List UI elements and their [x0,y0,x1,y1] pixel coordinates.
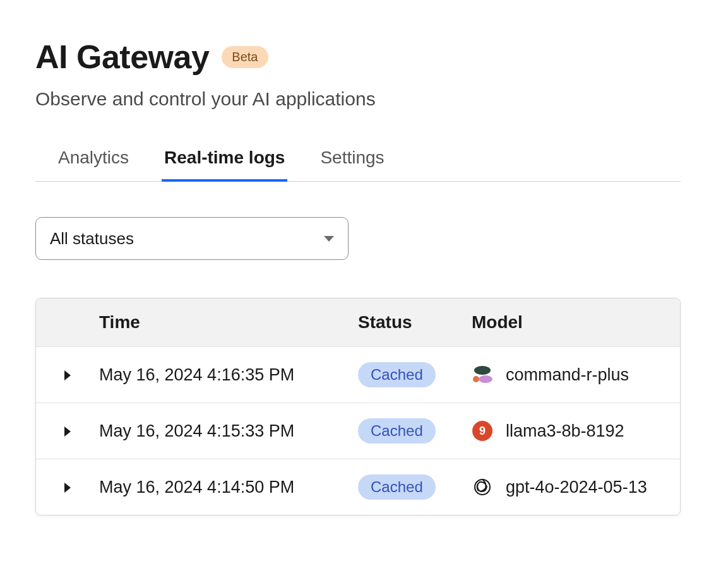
logs-table: Time Status Model May 16, 2024 4:16:35 P… [35,298,681,515]
table-row: May 16, 2024 4:16:35 PM Cached command-r… [36,347,680,403]
chevron-down-icon [324,236,334,242]
status-filter-label: All statuses [50,229,134,249]
page-title: AI Gateway [35,38,209,76]
column-status: Status [358,298,472,347]
cell-model: gpt-4o-2024-05-13 [506,478,647,497]
expand-row-icon[interactable] [64,483,71,493]
page-subtitle: Observe and control your AI applications [35,88,681,110]
cell-time: May 16, 2024 4:15:33 PM [99,403,358,459]
cell-time: May 16, 2024 4:16:35 PM [99,347,358,403]
status-badge: Cached [358,362,436,387]
cohere-icon [472,364,493,385]
groq-icon: 9 [472,420,493,442]
tab-analytics[interactable]: Analytics [56,148,131,182]
svg-point-1 [473,376,479,382]
svg-point-2 [479,375,492,383]
table-row: May 16, 2024 4:15:33 PM Cached 9 llama3-… [36,403,680,459]
openai-icon [472,476,493,498]
svg-point-0 [474,366,491,375]
cell-time: May 16, 2024 4:14:50 PM [99,459,358,515]
expand-row-icon[interactable] [64,370,71,380]
beta-badge: Beta [222,46,268,68]
table-row: May 16, 2024 4:14:50 PM Cached g [36,459,680,515]
column-time: Time [99,298,358,347]
tab-settings[interactable]: Settings [318,148,386,182]
column-expand [36,298,99,347]
tabs: Analytics Real-time logs Settings [35,148,681,182]
expand-row-icon[interactable] [64,426,71,437]
cell-model: command-r-plus [506,365,629,385]
status-badge: Cached [358,474,436,500]
table-header-row: Time Status Model [36,298,680,347]
status-badge: Cached [358,418,436,444]
column-model: Model [472,298,680,347]
tab-real-time-logs[interactable]: Real-time logs [162,148,287,182]
cell-model: llama3-8b-8192 [506,421,624,441]
status-filter-select[interactable]: All statuses [35,217,349,260]
